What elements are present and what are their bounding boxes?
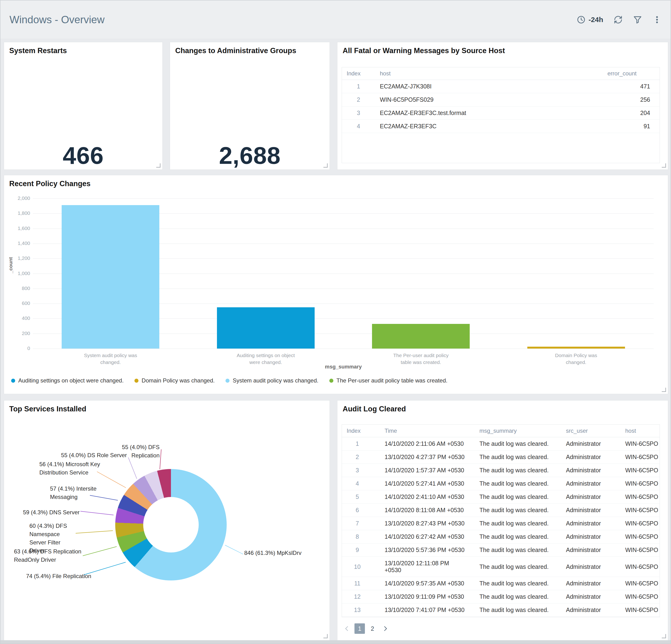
kebab-menu-icon xyxy=(653,15,661,24)
table-row[interactable]: 3EC2AMAZ-ER3EF3C.test.format204 xyxy=(342,106,660,120)
donut-label-dfs-readonly: 63 (4.6%) DFS Replication ReadOnly Drive… xyxy=(14,547,81,564)
x-category-label: Auditing settings on object were changed… xyxy=(237,352,295,366)
donut-label-file-replication: 74 (5.4%) File Replication xyxy=(26,572,91,580)
y-tick-label: 2,000 xyxy=(4,195,30,201)
donut-label-dns-server: 59 (4.3%) DNS Server xyxy=(23,508,80,517)
table-row[interactable]: 1EC2AMAZ-J7K308I471 xyxy=(342,80,660,93)
table-row[interactable]: 1114/10/2020 9:57:35 AM +0530The audit l… xyxy=(342,577,660,590)
table-row[interactable]: 1313/10/2020 7:41:07 PM +0530The audit l… xyxy=(342,604,660,617)
fatal-messages-table-wrap: Indexhosterror_count1EC2AMAZ-J7K308I4712… xyxy=(342,67,660,163)
column-header-index[interactable]: Index xyxy=(342,425,373,437)
y-tick-label: 800 xyxy=(4,286,30,291)
time-range-button[interactable]: -24h xyxy=(577,15,603,24)
footer-strip xyxy=(0,640,671,644)
resize-corner[interactable] xyxy=(324,163,328,168)
panel-title: Audit Log Cleared xyxy=(343,405,406,413)
page-buttons: 12 xyxy=(354,623,378,634)
page-button-2[interactable]: 2 xyxy=(367,623,378,634)
refresh-button[interactable] xyxy=(613,15,623,24)
admin-groups-panel: Changes to Administrative Groups 2,688 xyxy=(170,42,330,170)
dashboard-header: Windows - Overview -24h xyxy=(0,0,671,39)
admin-groups-value: 2,688 xyxy=(170,142,330,169)
x-category-label: The Per-user audit policy table was crea… xyxy=(392,352,450,366)
column-header-error_count[interactable]: error_count xyxy=(603,67,660,80)
panel-title: Changes to Administrative Groups xyxy=(175,47,296,55)
table-row[interactable]: 713/10/2020 8:27:43 PM +0530The audit lo… xyxy=(342,517,660,530)
dashboard-title: Windows - Overview xyxy=(10,14,104,26)
y-tick-label: 1,200 xyxy=(4,255,30,261)
audit-log-panel: Audit Log Cleared IndexTimemsg_summarysr… xyxy=(337,400,668,641)
y-tick-label: 1,600 xyxy=(4,226,30,231)
clock-icon xyxy=(577,15,586,24)
panel-title: Top Services Installed xyxy=(9,405,86,413)
filter-icon xyxy=(633,15,642,24)
y-tick-label: 200 xyxy=(4,330,30,336)
legend-dot-icon xyxy=(226,379,229,383)
chevron-right-icon xyxy=(382,626,388,632)
dashboard: Windows - Overview -24h xyxy=(0,0,671,644)
table-row[interactable]: 1414/10/2020 1:57:36 AM +0530The audit l… xyxy=(342,617,660,617)
fatal-messages-panel: All Fatal or Warning Messages by Source … xyxy=(337,42,668,170)
x-category-label: System audit policy was changed. xyxy=(81,352,140,366)
table-row[interactable]: 1013/10/2020 12:11:08 PM +0530The audit … xyxy=(342,557,660,577)
next-page-button[interactable] xyxy=(380,623,391,634)
audit-log-table-wrap: IndexTimemsg_summarysrc_userhost114/10/2… xyxy=(342,425,660,617)
header-controls: -24h xyxy=(577,15,661,24)
legend-item[interactable]: Auditing settings on object were changed… xyxy=(11,377,124,384)
time-range-label: -24h xyxy=(588,16,603,24)
y-tick-label: 1,800 xyxy=(4,210,30,216)
x-axis-label: msg_summary xyxy=(320,364,367,370)
chevron-left-icon xyxy=(344,626,350,632)
column-header-time[interactable]: Time xyxy=(373,425,475,437)
table-row[interactable]: 614/10/2020 8:11:08 AM +0530The audit lo… xyxy=(342,504,660,517)
legend-item[interactable]: Domain Policy was changed. xyxy=(135,377,215,384)
resize-corner[interactable] xyxy=(662,388,666,392)
bar-2[interactable] xyxy=(372,324,470,349)
donut-label-mpksldrv: 846 (61.3%) MpKslDrv xyxy=(244,549,301,557)
y-tick-label: 0 xyxy=(4,345,30,351)
table-row[interactable]: 814/10/2020 6:27:42 AM +0530The audit lo… xyxy=(342,530,660,543)
donut-label-intersite-messaging: 57 (4.1%) Intersite Messaging xyxy=(50,485,101,501)
system-restarts-value: 466 xyxy=(4,142,162,169)
prev-page-button[interactable] xyxy=(342,623,352,634)
column-header-host[interactable]: host xyxy=(375,67,603,80)
bar-0[interactable] xyxy=(62,205,159,349)
column-header-host[interactable]: host xyxy=(620,425,660,437)
top-services-panel: Top Services Installed 55 (4.0%) DFS Rep… xyxy=(4,400,330,641)
recent-policy-plot: 02004006008001,0001,2001,4001,6001,8002,… xyxy=(4,175,668,394)
table-row[interactable]: 4EC2AMAZ-ER3EF3C91 xyxy=(342,120,660,133)
legend-label: Auditing settings on object were changed… xyxy=(18,377,124,384)
legend-dot-icon xyxy=(329,379,333,383)
resize-corner[interactable] xyxy=(324,634,328,638)
table-row[interactable]: 514/10/2020 2:41:10 AM +0530The audit lo… xyxy=(342,490,660,504)
resize-corner[interactable] xyxy=(156,163,161,168)
filter-button[interactable] xyxy=(633,15,642,24)
legend-dot-icon xyxy=(11,379,15,383)
recent-policy-legend: Auditing settings on object were changed… xyxy=(11,377,447,384)
column-header-index[interactable]: Index xyxy=(342,67,375,80)
table-row[interactable]: 414/10/2020 5:27:41 AM +0530The audit lo… xyxy=(342,477,660,490)
table-row[interactable]: 213/10/2020 4:27:37 PM +0530The audit lo… xyxy=(342,451,660,464)
resize-corner[interactable] xyxy=(662,163,666,168)
table-row[interactable]: 2WIN-6C5PO5FS029256 xyxy=(342,93,660,106)
recent-policy-panel: Recent Policy Changes _count 02004006008… xyxy=(4,175,668,394)
legend-item[interactable]: System audit policy was changed. xyxy=(226,377,318,384)
table-row[interactable]: 913/10/2020 5:57:36 PM +0530The audit lo… xyxy=(342,543,660,557)
more-menu-button[interactable] xyxy=(653,15,661,24)
bar-3[interactable] xyxy=(527,347,625,349)
table-row[interactable]: 314/10/2020 1:57:37 AM +0530The audit lo… xyxy=(342,464,660,477)
column-header-msg_summary[interactable]: msg_summary xyxy=(475,425,561,437)
panel-title: System Restarts xyxy=(9,47,67,55)
donut-label-ds-role-server: 55 (4.0%) DS Role Server xyxy=(59,451,127,459)
bar-1[interactable] xyxy=(217,307,315,349)
pagination: 12 xyxy=(342,623,391,634)
legend-item[interactable]: The Per-user audit policy table was crea… xyxy=(329,377,447,384)
page-button-1[interactable]: 1 xyxy=(354,623,365,634)
table-row[interactable]: 114/10/2020 2:11:06 AM +0530The audit lo… xyxy=(342,437,660,451)
table-row[interactable]: 1213/10/2020 9:11:09 PM +0530The audit l… xyxy=(342,590,660,604)
resize-corner[interactable] xyxy=(662,634,666,638)
audit-log-table: IndexTimemsg_summarysrc_userhost114/10/2… xyxy=(342,425,660,617)
column-header-src_user[interactable]: src_user xyxy=(561,425,620,437)
y-tick-label: 400 xyxy=(4,315,30,321)
legend-label: The Per-user audit policy table was crea… xyxy=(337,377,447,384)
